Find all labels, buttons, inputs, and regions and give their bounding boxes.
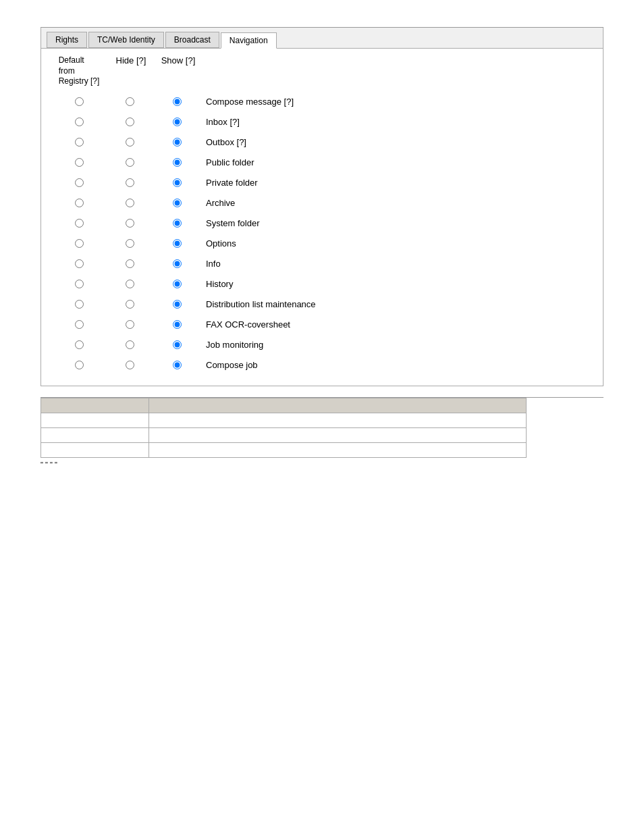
radio-default-history[interactable] [52,280,106,288]
radio-hide-archive[interactable] [106,199,153,207]
row-compose-job: Compose job [52,356,592,375]
radio-show-options[interactable] [153,239,200,248]
label-distribution-list: Distribution list maintenance [200,299,316,309]
radio-hide-composejob[interactable] [106,361,153,369]
radio-show-private[interactable] [153,178,200,187]
radio-hide-history[interactable] [106,280,153,288]
radio-default-inbox[interactable] [52,118,106,126]
radio-show-outbox[interactable] [153,138,200,147]
hide-col-header: Hide [?] [106,55,153,66]
radio-hide-system[interactable] [106,219,153,228]
radio-hide-compose[interactable] [106,97,153,106]
radio-show-history[interactable] [153,280,200,288]
row-private-folder: Private folder [52,174,592,192]
navigation-panel-content: DefaultfromRegistry [?] Hide [?] Show [?… [41,49,603,386]
tab-navigation[interactable]: Navigation [221,32,277,49]
radio-show-faxocr[interactable] [153,320,200,329]
label-options: Options [200,238,236,249]
radio-hide-outbox[interactable] [106,138,153,147]
radio-hide-info[interactable] [106,259,153,268]
radio-default-jobmon[interactable] [52,340,106,349]
data-table [41,398,527,458]
radio-hide-faxocr[interactable] [106,320,153,329]
radio-hide-inbox[interactable] [106,118,153,126]
tab-broadcast[interactable]: Broadcast [165,32,219,48]
radio-default-options[interactable] [52,239,106,248]
navigation-rows: Compose message [?] Inbox [?] Outbox [?]… [52,93,592,375]
label-info: Info [200,259,221,269]
radio-show-distlist[interactable] [153,300,200,309]
radio-show-info[interactable] [153,259,200,268]
row-public-folder: Public folder [52,153,592,172]
table-cell [41,398,149,413]
radio-hide-jobmon[interactable] [106,340,153,349]
default-col-header: DefaultfromRegistry [?] [52,55,106,87]
row-job-monitoring: Job monitoring [52,336,592,355]
row-system-folder: System folder [52,214,592,233]
row-archive: Archive [52,194,592,213]
show-col-header: Show [?] [153,55,200,66]
label-system-folder: System folder [200,218,259,228]
radio-show-inbox[interactable] [153,118,200,126]
radio-hide-public[interactable] [106,158,153,167]
radio-default-compose[interactable] [52,97,106,106]
table-section [41,398,603,458]
row-info: Info [52,255,592,273]
table-cell [41,442,149,457]
row-compose-message: Compose message [?] [52,93,592,111]
radio-default-distlist[interactable] [52,300,106,309]
row-inbox: Inbox [?] [52,113,592,132]
radio-default-archive[interactable] [52,199,106,207]
tab-rights[interactable]: Rights [47,32,87,48]
row-history: History [52,275,592,294]
row-outbox: Outbox [?] [52,133,592,152]
radio-default-composejob[interactable] [52,361,106,369]
row-options: Options [52,234,592,253]
row-fax-ocr: FAX OCR-coversheet [52,315,592,334]
label-archive: Archive [200,198,235,208]
label-fax-ocr: FAX OCR-coversheet [200,319,290,330]
radio-show-compose[interactable] [153,97,200,106]
label-compose-job: Compose job [200,360,258,370]
radio-default-info[interactable] [52,259,106,268]
column-headers: DefaultfromRegistry [?] Hide [?] Show [?… [52,55,592,87]
table-cell [41,427,149,442]
table-cell [149,442,526,457]
radio-show-composejob[interactable] [153,361,200,369]
radio-hide-private[interactable] [106,178,153,187]
radio-show-archive[interactable] [153,199,200,207]
label-job-monitoring: Job monitoring [200,340,263,350]
row-distribution-list: Distribution list maintenance [52,295,592,314]
label-outbox: Outbox [?] [200,137,246,147]
settings-panel: Rights TC/Web Identity Broadcast Navigat… [41,28,603,386]
radio-show-jobmon[interactable] [153,340,200,349]
label-public-folder: Public folder [200,157,254,167]
radio-hide-options[interactable] [106,239,153,248]
table-row [41,427,527,442]
label-compose-message: Compose message [?] [200,97,294,107]
table-row [41,398,527,413]
radio-hide-distlist[interactable] [106,300,153,309]
radio-default-public[interactable] [52,158,106,167]
radio-default-faxocr[interactable] [52,320,106,329]
label-inbox: Inbox [?] [200,117,240,127]
footnote-text: " " " " [41,461,603,469]
tabs-container: Rights TC/Web Identity Broadcast Navigat… [41,28,603,49]
radio-default-private[interactable] [52,178,106,187]
table-row [41,442,527,457]
radio-show-public[interactable] [153,158,200,167]
label-private-folder: Private folder [200,178,258,188]
radio-default-outbox[interactable] [52,138,106,147]
table-cell [149,398,526,413]
table-cell [41,413,149,427]
radio-default-system[interactable] [52,219,106,228]
tab-tc-web-identity[interactable]: TC/Web Identity [88,32,164,48]
radio-show-system[interactable] [153,219,200,228]
label-history: History [200,279,233,289]
table-cell [149,413,526,427]
table-row [41,413,527,427]
table-cell [149,427,526,442]
